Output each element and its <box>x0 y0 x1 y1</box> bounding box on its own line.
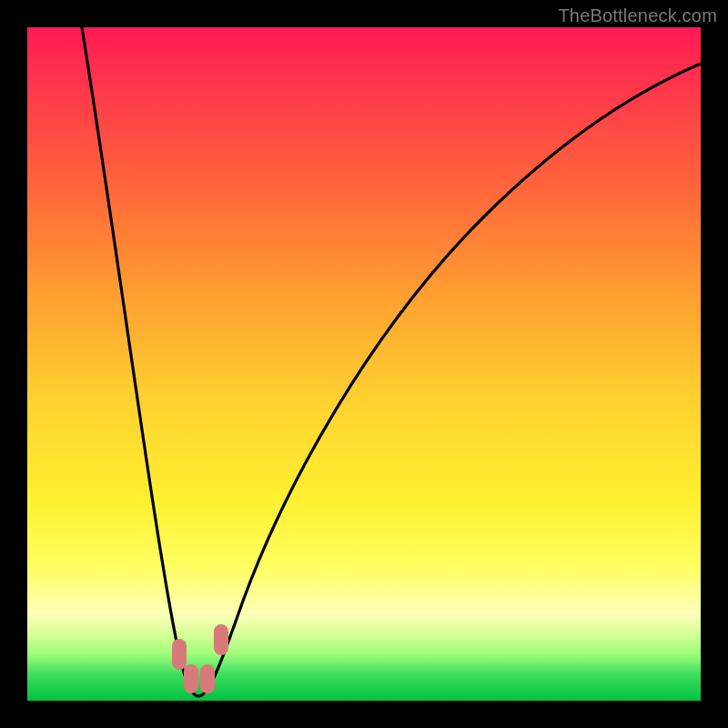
curve-path <box>82 27 701 696</box>
watermark-text: TheBottleneck.com <box>558 5 717 26</box>
chart-plot-area <box>27 27 701 701</box>
curve-marker <box>184 664 198 693</box>
curve-marker <box>200 664 215 693</box>
curve-marker <box>172 639 187 670</box>
curve-marker <box>214 624 228 655</box>
bottleneck-curve <box>27 27 701 701</box>
